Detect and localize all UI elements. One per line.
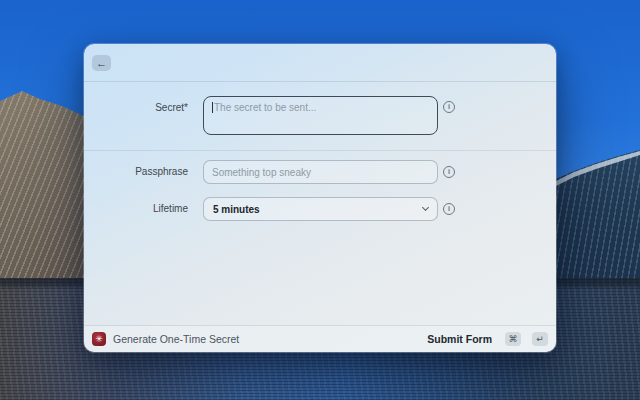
passphrase-input[interactable]: Something top sneaky xyxy=(203,160,438,184)
desktop: ← Secret* The secret to be sent... i Pas… xyxy=(0,0,640,400)
section-divider xyxy=(84,150,556,151)
secret-textarea[interactable]: The secret to be sent... xyxy=(203,96,438,135)
back-button[interactable]: ← xyxy=(92,55,111,71)
raycast-window: ← Secret* The secret to be sent... i Pas… xyxy=(84,44,556,352)
chevron-down-icon xyxy=(422,204,429,211)
command-title: Generate One-Time Secret xyxy=(113,333,420,345)
return-key-icon: ↵ xyxy=(532,332,548,346)
status-bar: ✳ Generate One-Time Secret Submit Form ⌘… xyxy=(84,325,556,352)
passphrase-label: Passphrase xyxy=(84,166,188,177)
submit-form-button[interactable]: Submit Form xyxy=(427,333,492,345)
secret-label: Secret* xyxy=(84,102,188,113)
header-divider xyxy=(84,81,556,82)
onetimesecret-logo-icon: ✳ xyxy=(92,332,106,346)
secret-info-icon[interactable]: i xyxy=(443,101,455,113)
lifetime-select[interactable]: 5 minutes xyxy=(203,197,438,221)
back-arrow-icon: ← xyxy=(96,57,107,69)
window-header: ← xyxy=(84,44,556,81)
text-cursor xyxy=(212,102,213,113)
lifetime-value: 5 minutes xyxy=(213,204,260,215)
lifetime-info-icon[interactable]: i xyxy=(443,203,455,215)
cmd-key-icon: ⌘ xyxy=(505,332,521,346)
passphrase-info-icon[interactable]: i xyxy=(443,166,455,178)
passphrase-placeholder: Something top sneaky xyxy=(212,167,311,178)
secret-placeholder: The secret to be sent... xyxy=(214,102,316,113)
lifetime-label: Lifetime xyxy=(84,203,188,214)
